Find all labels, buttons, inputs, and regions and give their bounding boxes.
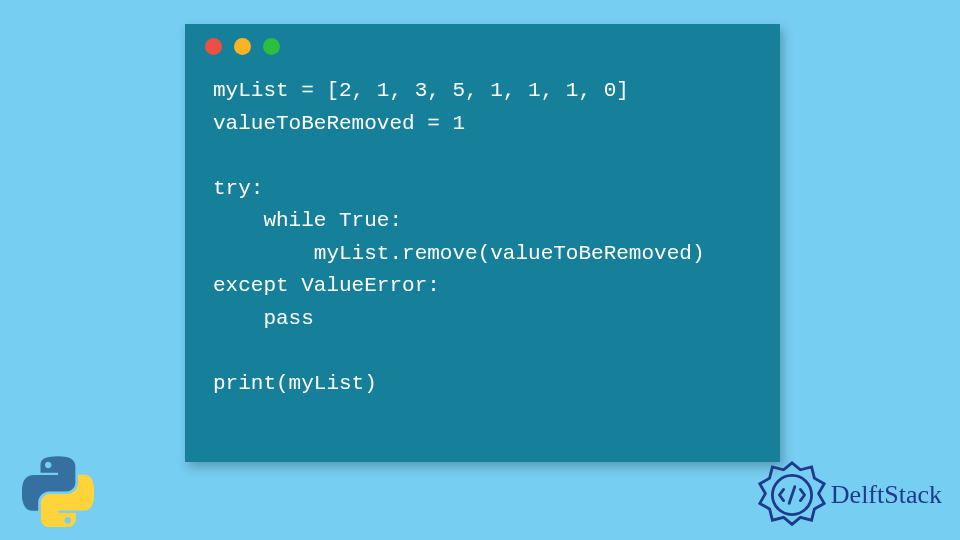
code-line: myList.remove(valueToBeRemoved): [213, 242, 704, 265]
minimize-icon[interactable]: [234, 38, 251, 55]
code-line: except ValueError:: [213, 274, 440, 297]
code-line: myList = [2, 1, 3, 5, 1, 1, 1, 0]: [213, 79, 629, 102]
maximize-icon[interactable]: [263, 38, 280, 55]
code-line: try:: [213, 177, 263, 200]
python-logo-icon: [22, 455, 94, 527]
close-icon[interactable]: [205, 38, 222, 55]
window-titlebar: [185, 24, 780, 69]
code-window: myList = [2, 1, 3, 5, 1, 1, 1, 0] valueT…: [185, 24, 780, 462]
code-block: myList = [2, 1, 3, 5, 1, 1, 1, 0] valueT…: [185, 69, 780, 400]
delftstack-logo-icon: [757, 460, 827, 530]
code-line: valueToBeRemoved = 1: [213, 112, 465, 135]
code-line: pass: [213, 307, 314, 330]
code-line: print(myList): [213, 372, 377, 395]
code-line: while True:: [213, 209, 402, 232]
delftstack-branding: DelftStack: [757, 460, 942, 530]
delftstack-name: DelftStack: [831, 480, 942, 510]
